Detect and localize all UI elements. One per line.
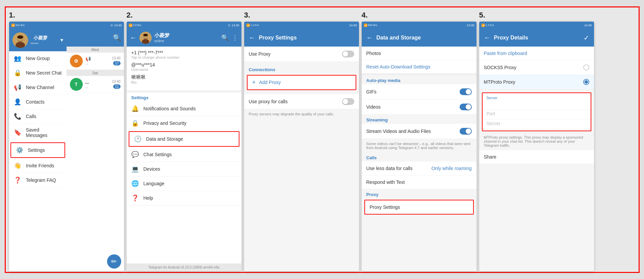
settings-chat[interactable]: 💬 Chat Settings [127,147,241,162]
s5-status-right: 14:40 [584,24,592,27]
settings-privacy[interactable]: 🔒 Privacy and Security [127,116,241,131]
chat-avatar-1: ⚙ [70,55,83,67]
socks5-row[interactable]: SOCKS5 Proxy [479,60,594,75]
settings-data[interactable]: 🕐 Data and Storage [129,131,239,147]
profile-phone: +1 (***) ***-7*** [131,50,237,55]
use-proxy-row: Use Proxy [244,47,359,62]
newsecret-icon: 🔒 [14,69,21,77]
expand-icon[interactable]: ▾ [60,37,63,43]
server-input[interactable] [487,100,587,107]
socks5-radio[interactable] [583,64,589,71]
settings-help[interactable]: ❓ Help [127,191,241,205]
compose-button[interactable]: ✏ [107,254,121,269]
spacer [244,91,359,94]
reset-download-row[interactable]: Reset Auto-Download Settings [362,60,476,75]
menu-user-name: 小菱萝 [33,35,48,41]
chatlist-search-icon[interactable]: 🔍 [113,34,121,42]
mtproto-radio[interactable] [583,79,589,85]
videos-toggle[interactable] [460,104,472,110]
proxy-info-note: MTProto proxy settings. This proxy may d… [479,133,594,150]
screen5-save-button[interactable]: ✓ [584,34,589,42]
help-label: Help [144,195,153,201]
use-proxy-toggle[interactable] [342,51,354,57]
respond-row[interactable]: Respond with Text [362,175,476,189]
signal-icon: 📶 [11,24,15,27]
gifs-row: GIFs [362,84,476,100]
screen5-back-button[interactable]: ← [484,34,491,41]
server-label: Server [487,96,587,100]
use-proxy-calls-row: Use proxy for calls [244,94,359,109]
add-proxy-button[interactable]: + Add Proxy [247,75,356,90]
menu-item-newchannel[interactable]: 📢 New Channel [9,80,67,95]
secret-field: Secret [483,119,591,129]
screen5-phone: 📶 1.2 K/s 14:40 ← Proxy Details ✓ Paste … [479,22,594,271]
stream-toggle[interactable] [460,128,472,135]
share-row[interactable]: Share [479,150,594,164]
saved-label: Saved Messages [26,127,62,138]
screen2-phone: 📶 3.5 B/s ⊙ 13:40 ← [127,22,241,271]
chat-item-1[interactable]: ⚙ 📢 ... 13:40 17 [67,53,124,70]
screen2-back-button[interactable]: ← [130,34,137,41]
menu-item-saved[interactable]: 🔖 Saved Messages [9,124,67,142]
connections-header: Connections [244,64,359,74]
s3-status-right: 14:40 [349,24,357,27]
settings-devices[interactable]: 💻 Devices [127,162,241,176]
less-data-row: Use less data for calls Only while roami… [362,162,476,175]
screen3-title: Proxy Settings [259,35,297,41]
menu-item-newgroup[interactable]: 👥 New Group [9,51,67,66]
s5-status-left: 📶 1.2 K/s [481,24,494,27]
menu-item-faq[interactable]: ❓ Telegram FAQ [9,173,67,188]
chat-info-1: 📢 ... [85,56,112,65]
add-proxy-icon: + [252,79,256,86]
paste-clipboard-button[interactable]: Paste from clipboard [479,47,594,60]
screen4-phone: 📶 603 B/s 13:40 ← Data and Storage Photo… [362,22,476,271]
gifs-label: GIFs [366,89,377,94]
screen2-header-avatar [139,32,152,44]
contacts-label: Contacts [26,99,45,105]
add-proxy-label: Add Proxy [259,80,281,85]
proxy-section-header: Proxy [362,189,476,198]
proxy-calls-toggle[interactable] [342,98,354,105]
menu-item-settings[interactable]: ⚙️ Settings [10,142,65,158]
settings-notifications[interactable]: 🔔 Notifications and Sounds [127,102,241,116]
data-label: Data and Storage [146,136,183,142]
screen2-more-icon[interactable]: ⋮ [232,34,238,41]
socks5-label: SOCKS5 Proxy [484,65,516,70]
faq-icon: ❓ [14,176,21,184]
menu-item-calls[interactable]: 📞 Calls [9,109,67,124]
s2-net: 3.5 B/s [133,24,141,27]
compose-fab[interactable]: ✏ [67,252,124,271]
photos-row[interactable]: Photos [362,47,476,60]
screen2-settings-header: Settings [127,92,241,102]
screen3-back-button[interactable]: ← [249,34,256,41]
mtproto-label: MTProto Proxy [484,79,515,85]
s4-status-right: 13:40 [467,24,474,27]
server-form: Server Port Secret [482,92,591,131]
screen4-back-button[interactable]: ← [366,34,373,41]
port-field: Port [483,110,591,119]
saved-icon: 🔖 [14,129,21,136]
proxy-type-section: SOCKS5 Proxy MTProto Proxy [479,60,594,90]
chatlist-header: 🔍 [67,29,124,47]
settings-language[interactable]: 🌐 Language [127,176,241,191]
menu-item-contacts[interactable]: 👤 Contacts [9,95,67,109]
profile-phone-label: Tap to change phone number [131,55,237,59]
screen2-title: 小菱梦 [154,32,170,39]
chat-item-2[interactable]: T ... ... 13:40 11 [67,76,124,93]
screen2-search-icon[interactable]: 🔍 [221,34,229,41]
mtproto-row[interactable]: MTProto Proxy [479,75,594,89]
screen3-status-bar: 📶 1.4 K/s 14:40 [244,22,359,29]
s5-time: 14:40 [584,24,592,27]
screen4-title: Data and Storage [377,35,421,41]
menu-item-invite[interactable]: 👋 Invite Friends [9,159,67,173]
server-field: Server [483,94,591,110]
calls-label: Calls [26,114,36,119]
menu-user-info: 小菱萝 •••••• [31,35,48,45]
port-placeholder: Port [487,111,587,116]
menu-item-newsecret[interactable]: 🔒 New Secret Chat [9,66,67,80]
s3-status-left: 📶 1.4 K/s [246,24,259,27]
gifs-toggle[interactable] [460,88,472,95]
proxy-settings-button[interactable]: Proxy Settings [364,200,474,215]
screen4-header: ← Data and Storage [362,29,476,47]
newgroup-label: New Group [26,56,50,61]
